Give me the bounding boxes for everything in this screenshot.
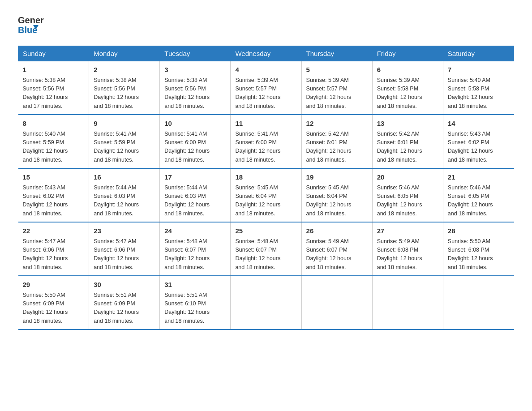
svg-text:Blue: Blue — [18, 25, 37, 35]
day-number: 7 — [448, 65, 510, 75]
day-info: Sunrise: 5:47 AM Sunset: 6:06 PM Dayligh… — [94, 237, 155, 272]
day-info: Sunrise: 5:50 AM Sunset: 6:09 PM Dayligh… — [23, 291, 85, 326]
day-info: Sunrise: 5:49 AM Sunset: 6:07 PM Dayligh… — [306, 237, 368, 272]
day-cell: 16Sunrise: 5:44 AM Sunset: 6:03 PM Dayli… — [89, 168, 160, 222]
day-cell — [443, 276, 514, 330]
day-info: Sunrise: 5:41 AM Sunset: 6:00 PM Dayligh… — [235, 130, 296, 165]
week-row-4: 22Sunrise: 5:47 AM Sunset: 6:06 PM Dayli… — [18, 222, 514, 276]
day-info: Sunrise: 5:41 AM Sunset: 5:59 PM Dayligh… — [94, 130, 155, 165]
day-info: Sunrise: 5:41 AM Sunset: 6:00 PM Dayligh… — [164, 130, 226, 165]
day-cell: 19Sunrise: 5:45 AM Sunset: 6:04 PM Dayli… — [301, 168, 372, 222]
day-number: 16 — [94, 172, 155, 183]
day-cell: 14Sunrise: 5:43 AM Sunset: 6:02 PM Dayli… — [443, 115, 514, 168]
day-info: Sunrise: 5:50 AM Sunset: 6:08 PM Dayligh… — [448, 237, 510, 272]
day-number: 21 — [448, 172, 510, 183]
day-number: 12 — [306, 119, 368, 129]
day-number: 14 — [448, 119, 510, 129]
day-info: Sunrise: 5:38 AM Sunset: 5:56 PM Dayligh… — [23, 76, 85, 111]
day-number: 18 — [235, 172, 296, 183]
day-number: 11 — [235, 119, 296, 129]
day-info: Sunrise: 5:43 AM Sunset: 6:02 PM Dayligh… — [23, 184, 85, 218]
day-number: 10 — [164, 119, 226, 129]
day-number: 1 — [23, 65, 85, 75]
day-cell: 2Sunrise: 5:38 AM Sunset: 5:56 PM Daylig… — [89, 61, 160, 115]
day-cell: 23Sunrise: 5:47 AM Sunset: 6:06 PM Dayli… — [89, 222, 160, 276]
column-header-friday: Friday — [372, 46, 443, 61]
day-number: 29 — [23, 280, 85, 290]
day-info: Sunrise: 5:47 AM Sunset: 6:06 PM Dayligh… — [23, 237, 85, 272]
day-cell: 18Sunrise: 5:45 AM Sunset: 6:04 PM Dayli… — [231, 168, 301, 222]
day-info: Sunrise: 5:48 AM Sunset: 6:07 PM Dayligh… — [164, 237, 226, 272]
day-cell: 28Sunrise: 5:50 AM Sunset: 6:08 PM Dayli… — [443, 222, 514, 276]
week-row-2: 8Sunrise: 5:40 AM Sunset: 5:59 PM Daylig… — [18, 115, 514, 168]
day-info: Sunrise: 5:42 AM Sunset: 6:01 PM Dayligh… — [306, 130, 368, 165]
day-cell: 7Sunrise: 5:40 AM Sunset: 5:58 PM Daylig… — [443, 61, 514, 115]
column-header-wednesday: Wednesday — [231, 46, 301, 61]
day-cell: 24Sunrise: 5:48 AM Sunset: 6:07 PM Dayli… — [160, 222, 231, 276]
day-cell: 10Sunrise: 5:41 AM Sunset: 6:00 PM Dayli… — [160, 115, 231, 168]
day-number: 3 — [164, 65, 226, 75]
day-cell: 8Sunrise: 5:40 AM Sunset: 5:59 PM Daylig… — [18, 115, 89, 168]
day-number: 20 — [377, 172, 438, 183]
day-cell: 30Sunrise: 5:51 AM Sunset: 6:09 PM Dayli… — [89, 276, 160, 330]
column-header-saturday: Saturday — [443, 46, 514, 61]
day-cell — [301, 276, 372, 330]
day-number: 30 — [94, 280, 155, 290]
day-number: 22 — [23, 226, 85, 236]
day-info: Sunrise: 5:46 AM Sunset: 6:05 PM Dayligh… — [377, 184, 438, 218]
day-cell: 5Sunrise: 5:39 AM Sunset: 5:57 PM Daylig… — [301, 61, 372, 115]
column-header-monday: Monday — [89, 46, 160, 61]
day-cell: 1Sunrise: 5:38 AM Sunset: 5:56 PM Daylig… — [18, 61, 89, 115]
day-cell: 25Sunrise: 5:48 AM Sunset: 6:07 PM Dayli… — [231, 222, 301, 276]
day-info: Sunrise: 5:48 AM Sunset: 6:07 PM Dayligh… — [235, 237, 296, 272]
day-info: Sunrise: 5:38 AM Sunset: 5:56 PM Dayligh… — [94, 76, 155, 111]
day-info: Sunrise: 5:42 AM Sunset: 6:01 PM Dayligh… — [377, 130, 438, 165]
day-number: 24 — [164, 226, 226, 236]
day-cell: 11Sunrise: 5:41 AM Sunset: 6:00 PM Dayli… — [231, 115, 301, 168]
day-cell: 27Sunrise: 5:49 AM Sunset: 6:08 PM Dayli… — [372, 222, 443, 276]
svg-text:General: General — [18, 15, 44, 25]
week-row-1: 1Sunrise: 5:38 AM Sunset: 5:56 PM Daylig… — [18, 61, 514, 115]
day-number: 17 — [164, 172, 226, 183]
page-header: General Blue — [18, 13, 514, 37]
day-cell: 26Sunrise: 5:49 AM Sunset: 6:07 PM Dayli… — [301, 222, 372, 276]
day-cell: 17Sunrise: 5:44 AM Sunset: 6:03 PM Dayli… — [160, 168, 231, 222]
column-header-tuesday: Tuesday — [160, 46, 231, 61]
day-info: Sunrise: 5:44 AM Sunset: 6:03 PM Dayligh… — [164, 184, 226, 218]
day-number: 26 — [306, 226, 368, 236]
day-info: Sunrise: 5:40 AM Sunset: 5:59 PM Dayligh… — [23, 130, 85, 165]
day-cell: 29Sunrise: 5:50 AM Sunset: 6:09 PM Dayli… — [18, 276, 89, 330]
day-number: 13 — [377, 119, 438, 129]
day-info: Sunrise: 5:40 AM Sunset: 5:58 PM Dayligh… — [448, 76, 510, 111]
day-number: 27 — [377, 226, 438, 236]
day-number: 6 — [377, 65, 438, 75]
day-info: Sunrise: 5:38 AM Sunset: 5:56 PM Dayligh… — [164, 76, 226, 111]
column-header-sunday: Sunday — [18, 46, 89, 61]
day-number: 5 — [306, 65, 368, 75]
day-cell: 15Sunrise: 5:43 AM Sunset: 6:02 PM Dayli… — [18, 168, 89, 222]
day-cell: 21Sunrise: 5:46 AM Sunset: 6:05 PM Dayli… — [443, 168, 514, 222]
day-cell: 9Sunrise: 5:41 AM Sunset: 5:59 PM Daylig… — [89, 115, 160, 168]
day-cell: 12Sunrise: 5:42 AM Sunset: 6:01 PM Dayli… — [301, 115, 372, 168]
logo: General Blue — [18, 13, 44, 37]
day-info: Sunrise: 5:45 AM Sunset: 6:04 PM Dayligh… — [235, 184, 296, 218]
day-cell: 31Sunrise: 5:51 AM Sunset: 6:10 PM Dayli… — [160, 276, 231, 330]
day-number: 8 — [23, 119, 85, 129]
day-info: Sunrise: 5:43 AM Sunset: 6:02 PM Dayligh… — [448, 130, 510, 165]
day-number: 2 — [94, 65, 155, 75]
column-header-thursday: Thursday — [301, 46, 372, 61]
day-number: 9 — [94, 119, 155, 129]
day-info: Sunrise: 5:51 AM Sunset: 6:09 PM Dayligh… — [94, 291, 155, 326]
day-number: 19 — [306, 172, 368, 183]
day-info: Sunrise: 5:49 AM Sunset: 6:08 PM Dayligh… — [377, 237, 438, 272]
day-info: Sunrise: 5:51 AM Sunset: 6:10 PM Dayligh… — [164, 291, 226, 326]
day-number: 25 — [235, 226, 296, 236]
day-cell: 22Sunrise: 5:47 AM Sunset: 6:06 PM Dayli… — [18, 222, 89, 276]
logo-svg: General Blue — [18, 13, 44, 37]
day-number: 4 — [235, 65, 296, 75]
week-row-5: 29Sunrise: 5:50 AM Sunset: 6:09 PM Dayli… — [18, 276, 514, 330]
day-cell — [231, 276, 301, 330]
week-row-3: 15Sunrise: 5:43 AM Sunset: 6:02 PM Dayli… — [18, 168, 514, 222]
calendar-table: SundayMondayTuesdayWednesdayThursdayFrid… — [18, 46, 514, 330]
day-cell — [372, 276, 443, 330]
